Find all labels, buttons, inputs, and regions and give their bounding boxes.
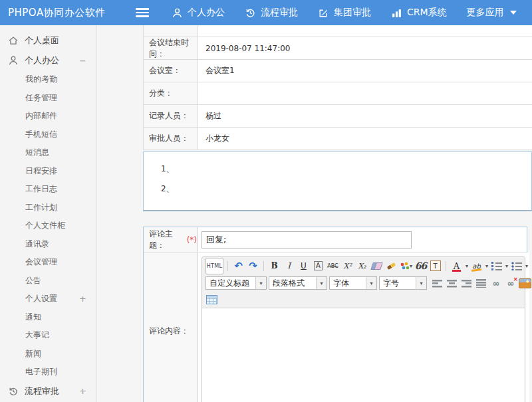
unordered-list-button[interactable] [510, 260, 523, 272]
comment-content-label: 评论内容： [144, 252, 198, 402]
dropdown-caret[interactable]: ▾ [505, 263, 508, 269]
sidebar-item-internal-mail[interactable]: 内部邮件 [0, 107, 96, 126]
nav-group-approval[interactable]: 集团审批 [318, 7, 371, 19]
align-justify-button[interactable] [475, 277, 487, 290]
eraser-icon [370, 262, 383, 270]
remove-link-button[interactable]: ∞ [504, 277, 517, 290]
rich-text-editor: HTML ↶ ↷ B I U A ABC X² [201, 256, 525, 402]
dropdown-label: 自定义标题 [206, 278, 255, 289]
hamburger-menu-icon[interactable] [136, 8, 149, 17]
remove-format-button[interactable] [370, 260, 383, 272]
blockquote-button[interactable]: 66 [414, 260, 427, 272]
table-row-clipped [143, 25, 532, 37]
source-code-button[interactable]: HTML [205, 258, 223, 274]
quick-format-button[interactable]: ▾ [400, 260, 412, 272]
sidebar-item-workflow-approval[interactable]: 流程审批 + [0, 381, 96, 401]
expand-icon[interactable]: + [79, 294, 86, 304]
underline-button[interactable]: U [297, 260, 310, 272]
font-color-button[interactable]: A [450, 260, 463, 272]
font-size-dropdown[interactable]: 字号 ▾ [379, 276, 427, 290]
insert-image-button[interactable] [519, 277, 531, 290]
app-title: PHPOA协同办公软件 [0, 7, 126, 19]
subscript-button[interactable]: X₂ [356, 260, 368, 272]
align-center-button[interactable] [446, 277, 458, 290]
nav-crm-system[interactable]: CRM系统 [391, 7, 447, 19]
superscript-button[interactable]: X² [341, 260, 354, 272]
insert-link-button[interactable]: ∞ [489, 277, 502, 290]
sidebar-item-e-journal[interactable]: 电子期刊 [0, 363, 96, 381]
comment-subject-row: 评论主题： (*) [144, 227, 527, 252]
sidebar-item-label: 大事记 [25, 330, 49, 341]
editor-content-area[interactable] [202, 308, 525, 402]
dropdown-label: 段落格式 [269, 278, 316, 289]
comment-table: 评论主题： (*) 评论内容： HTML [143, 227, 527, 402]
sidebar-item-my-attendance[interactable]: 我的考勤 [0, 70, 96, 89]
sidebar-item-label: 日程安排 [25, 165, 57, 177]
image-icon [519, 278, 531, 288]
expand-icon[interactable]: + [79, 386, 86, 396]
field-value [198, 25, 532, 37]
nav-label: 集团审批 [334, 7, 371, 19]
sidebar-item-task-management[interactable]: 任务管理 [0, 89, 96, 108]
redo-button[interactable]: ↷ [247, 260, 259, 272]
sidebar-item-personal-settings[interactable]: 个人设置 + [0, 290, 96, 308]
sidebar-item-contacts[interactable]: 通讯录 [0, 235, 96, 254]
edit-icon [318, 7, 329, 19]
required-mark: (*) [187, 235, 197, 245]
sidebar-item-personal-desktop[interactable]: 个人桌面 [0, 31, 96, 50]
sidebar-item-personal-files[interactable]: 个人文件柜 [0, 217, 96, 235]
sidebar-item-news[interactable]: 新闻 [0, 345, 96, 363]
font-family-dropdown[interactable]: 字体 ▾ [329, 276, 377, 290]
sidebar-item-mobile-sms[interactable]: 手机短信 [0, 126, 96, 144]
table-row-approver: 审批人员： 小龙女 [143, 128, 532, 150]
nav-more-apps[interactable]: 更多应用 [467, 7, 517, 19]
field-value: 2019-08-07 11:47:00 [198, 37, 532, 59]
paragraph-format-dropdown[interactable]: 段落格式 ▾ [269, 276, 327, 290]
bold-button[interactable]: B [268, 260, 281, 272]
dropdown-caret[interactable]: ▾ [466, 263, 468, 269]
insert-table-button[interactable] [205, 294, 218, 306]
nav-personal-office[interactable]: 个人办公 [172, 7, 225, 19]
highlight-color-button[interactable]: ab [470, 260, 483, 272]
comment-subject-input[interactable] [201, 231, 412, 249]
sidebar-item-label: 工作日志 [25, 183, 57, 195]
nav-label: CRM系统 [407, 7, 447, 19]
italic-button[interactable]: I [283, 260, 295, 272]
comment-subject-label: 评论主题： [149, 229, 185, 251]
nav-workflow-approval[interactable]: 流程审批 [245, 7, 298, 19]
sidebar-item-announcement[interactable]: 公告 [0, 272, 96, 290]
table-icon [206, 295, 217, 304]
dropdown-caret: ▾ [366, 277, 376, 289]
sidebar-item-label: 新闻 [25, 348, 41, 359]
sidebar-item-notice[interactable]: 通知 [0, 308, 96, 327]
collapse-icon[interactable]: − [79, 56, 86, 66]
chevron-down-icon [510, 11, 517, 15]
sidebar-item-short-message[interactable]: 短消息 [0, 144, 96, 162]
sidebar-item-meeting-management[interactable]: 会议管理 [0, 253, 96, 272]
dropdown-caret[interactable]: ▾ [485, 263, 488, 269]
strikethrough-button[interactable]: ABC [327, 260, 339, 272]
sidebar-item-schedule[interactable]: 日程安排 [0, 162, 96, 181]
format-brush-button[interactable] [385, 260, 398, 272]
custom-heading-dropdown[interactable]: 自定义标题 ▾ [205, 276, 267, 290]
align-left-icon [432, 279, 442, 288]
align-right-button[interactable] [460, 277, 473, 290]
ordered-list-icon [491, 261, 502, 270]
dropdown-caret: ▾ [255, 277, 266, 289]
sidebar-item-work-plan[interactable]: 工作计划 [0, 199, 96, 217]
meeting-info-table: 会议结束时间： 2019-08-07 11:47:00 会议室： 会议室1 分类… [143, 25, 532, 150]
undo-button[interactable]: ↶ [232, 260, 245, 272]
table-row-meeting-room: 会议室： 会议室1 [143, 60, 532, 82]
field-value: 会议室1 [198, 60, 532, 82]
dropdown-caret[interactable]: ▾ [525, 263, 528, 269]
sidebar-item-major-events[interactable]: 大事记 [0, 326, 96, 345]
align-left-button[interactable] [431, 277, 444, 290]
align-justify-icon [476, 279, 486, 288]
sidebar-item-work-log[interactable]: 工作日志 [0, 180, 96, 199]
font-attributes-button[interactable]: A [314, 261, 323, 270]
sidebar-item-personal-office[interactable]: 个人办公 − [0, 50, 96, 70]
toolbar-separator [263, 261, 264, 271]
paste-as-text-button[interactable]: T [429, 260, 442, 272]
ordered-list-button[interactable] [490, 260, 503, 272]
dropdown-label: 字体 [330, 278, 366, 289]
